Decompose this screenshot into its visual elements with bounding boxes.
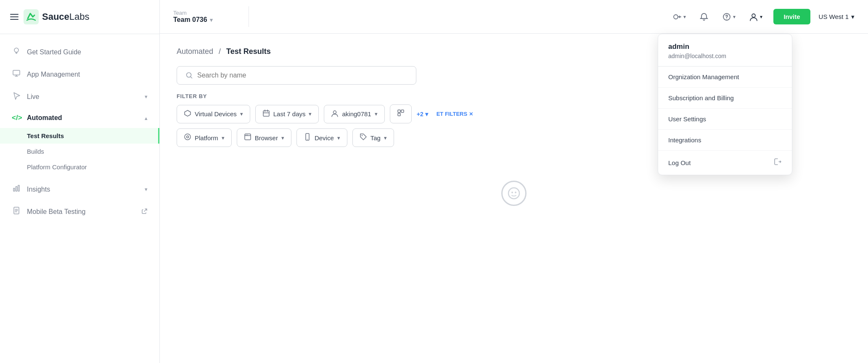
chevron-down-icon: ▾	[210, 17, 213, 23]
more-icon	[397, 109, 405, 119]
dropdown-item-label: Subscription and Billing	[668, 94, 734, 101]
team-name-display: Team 0736 ▾	[173, 16, 240, 24]
svg-point-14	[333, 111, 336, 114]
hamburger-menu-icon[interactable]	[10, 14, 19, 20]
filter-more-count[interactable]: +2 ▾	[417, 111, 428, 117]
sidebar-item-label: Live	[27, 93, 39, 101]
svg-point-27	[511, 192, 513, 193]
chevron-down-icon: ▾	[240, 111, 243, 117]
invite-button[interactable]: Invite	[773, 9, 810, 24]
sidebar-sub-item-platform-configurator[interactable]: Platform Configurator	[0, 159, 159, 175]
logout-icon	[773, 157, 782, 168]
logo-mark-icon	[24, 9, 39, 24]
dropdown-user-header: admin admin@localhost.com	[658, 34, 792, 67]
search-icon	[185, 72, 193, 79]
calendar-icon	[262, 109, 270, 119]
chevron-down-icon: ▾	[425, 111, 428, 117]
chevron-down-icon: ▾	[851, 13, 855, 21]
document-icon	[12, 206, 21, 217]
svg-point-22	[247, 135, 248, 136]
dropdown-item-org-management[interactable]: Orgnization Management	[658, 67, 792, 88]
svg-rect-0	[24, 9, 39, 24]
filter-user[interactable]: aking0781 ▾	[324, 105, 384, 123]
chevron-down-icon: ▾	[375, 111, 378, 117]
svg-point-9	[727, 19, 728, 19]
help-button[interactable]: ▾	[720, 10, 738, 24]
filter-tag[interactable]: Tag ▾	[352, 128, 394, 147]
chevron-down-icon: ▾	[222, 135, 225, 141]
sidebar-item-insights[interactable]: Insights ▾	[0, 178, 159, 200]
tag-icon	[360, 133, 367, 142]
dropdown-email: admin@localhost.com	[668, 53, 782, 59]
breadcrumb-separator: /	[219, 47, 221, 56]
cursor-icon	[12, 91, 21, 102]
dropdown-item-subscription[interactable]: Subscription and Billing	[658, 88, 792, 109]
chevron-down-icon: ▾	[145, 186, 148, 192]
notifications-button[interactable]	[697, 10, 711, 24]
filter-browser[interactable]: Browser ▾	[237, 128, 291, 147]
browser-icon	[244, 133, 251, 142]
device-icon	[304, 133, 311, 142]
svg-rect-13	[263, 111, 269, 116]
virtual-devices-icon	[184, 109, 191, 119]
svg-point-1	[14, 48, 19, 52]
sidebar-item-automated[interactable]: </> Automated ▴	[0, 108, 159, 128]
header-icons: ▾ ▾ ▾ Invite US West 1 ▾	[670, 9, 855, 24]
svg-point-25	[362, 135, 363, 136]
sidebar-item-app-management[interactable]: App Management	[0, 63, 159, 85]
sidebar-sub-item-builds[interactable]: Builds	[0, 144, 159, 159]
saucelabs-logo: SauceLabs	[24, 9, 90, 24]
filter-chip-label: Browser	[255, 134, 278, 141]
sidebar-item-mobile-beta[interactable]: Mobile Beta Testing	[0, 200, 159, 223]
chevron-down-icon: ▾	[733, 14, 736, 20]
chevron-down-icon: ▾	[384, 135, 387, 141]
sidebar-logo-area: SauceLabs	[0, 0, 159, 34]
svg-rect-2	[13, 70, 20, 75]
region-selector[interactable]: US West 1 ▾	[819, 13, 855, 21]
svg-point-24	[307, 139, 308, 140]
filter-virtual-devices[interactable]: Virtual Devices ▾	[177, 105, 250, 123]
svg-point-28	[515, 192, 516, 193]
sidebar-sub-item-test-results[interactable]: Test Results	[0, 128, 159, 144]
team-selector[interactable]: Team Team 0736 ▾	[173, 6, 249, 27]
sidebar-item-get-started[interactable]: Get Started Guide	[0, 41, 159, 63]
breadcrumb-parent: Automated	[177, 47, 213, 56]
search-input[interactable]	[197, 72, 408, 79]
dropdown-item-integrations[interactable]: Integrations	[658, 130, 792, 151]
top-header: Team Team 0736 ▾ ▾ ▾	[160, 0, 868, 34]
filter-device[interactable]: Device ▾	[296, 128, 347, 147]
sidebar-item-live[interactable]: Live ▾	[0, 85, 159, 108]
lightbulb-icon	[12, 47, 21, 57]
sidebar: SauceLabs Get Started Guide App Manageme…	[0, 0, 160, 363]
svg-point-19	[187, 136, 189, 138]
dropdown-item-label: User Settings	[668, 115, 706, 123]
filter-more-chip[interactable]	[390, 104, 412, 123]
dropdown-item-user-settings[interactable]: User Settings	[658, 109, 792, 130]
help-icon	[722, 12, 731, 21]
credentials-button[interactable]: ▾	[670, 10, 688, 24]
user-dropdown: admin admin@localhost.com Orgnization Ma…	[658, 34, 792, 175]
user-icon	[331, 109, 339, 119]
chevron-up-icon: ▴	[145, 115, 148, 121]
svg-marker-12	[185, 110, 191, 116]
user-icon	[749, 12, 758, 21]
filter-chip-label: Device	[315, 134, 334, 141]
dropdown-item-logout[interactable]: Log Out	[658, 151, 792, 175]
sidebar-item-label: Get Started Guide	[27, 48, 81, 56]
monitor-icon	[12, 69, 21, 80]
svg-rect-17	[398, 113, 400, 116]
svg-rect-15	[398, 110, 400, 112]
sidebar-item-label: Automated	[27, 114, 62, 122]
filter-chip-label: aking0781	[342, 110, 371, 117]
code-icon: </>	[12, 114, 21, 122]
reset-filters[interactable]: ET FILTERS ✕	[437, 111, 473, 117]
dropdown-item-label: Orgnization Management	[668, 73, 739, 80]
sidebar-sub-item-label: Builds	[27, 148, 44, 155]
svg-point-18	[185, 134, 191, 140]
bar-chart-icon	[12, 184, 21, 195]
filter-platform[interactable]: Platform ▾	[177, 128, 232, 147]
user-menu-button[interactable]: ▾	[746, 10, 765, 24]
filter-last-7-days[interactable]: Last 7 days ▾	[255, 105, 319, 123]
external-link-icon	[142, 208, 148, 216]
dropdown-item-label: Log Out	[668, 159, 691, 166]
